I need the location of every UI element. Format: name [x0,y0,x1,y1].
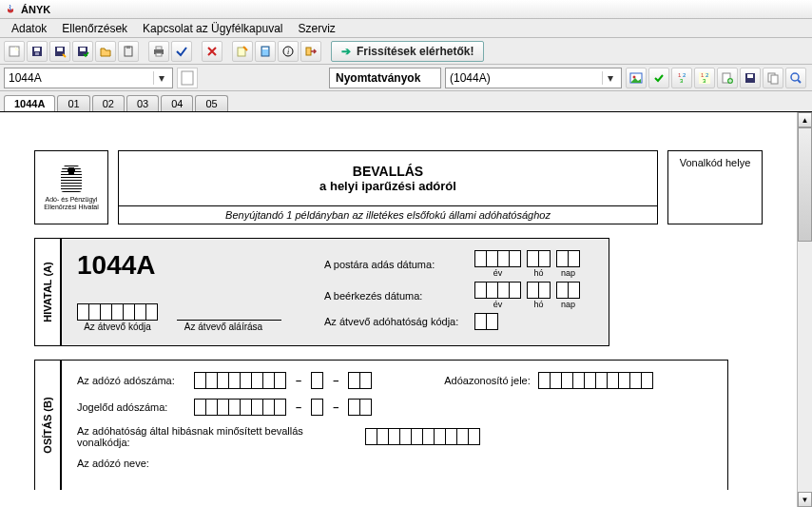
svg-rect-15 [262,48,268,49]
numbers1-icon[interactable]: 123 [671,68,692,88]
print-label-box: Nyomtatványok [329,68,441,88]
postdate-day[interactable] [556,250,580,267]
clipboard-icon[interactable] [118,41,139,62]
recvdate-year[interactable] [474,282,521,299]
print-combo-value: (1044A) [450,71,598,85]
form-title-line2: a helyi iparűzési adóról [319,179,456,193]
svg-text:3: 3 [680,78,684,84]
taxno-cells-3[interactable] [348,372,372,389]
pred-label: Jogelőd adószáma: [77,401,186,413]
print-icon[interactable] [148,41,169,62]
section-b-label: OSÍTÁS (B) [34,360,61,490]
print-label: Nyomtatványok [336,71,420,85]
name-label: Az adózó neve: [77,458,186,469]
tab-01[interactable]: 01 [57,95,89,111]
authcode-label: Az átvevő adóhatóság kódja: [324,316,467,327]
postdate-month[interactable] [527,250,551,267]
check-icon[interactable] [171,41,192,62]
chevron-down-icon: ▾ [602,71,617,85]
svg-rect-18 [306,48,311,55]
tab-bar: 1044A 01 02 03 04 05 [0,91,812,112]
menu-adatok[interactable]: Adatok [4,22,54,35]
exit-icon[interactable] [300,41,321,62]
updates-label: Frissítések elérhetők! [357,45,474,58]
scroll-down-icon[interactable]: ▼ [798,492,812,507]
svg-rect-11 [156,47,162,49]
form-code: 1044A [77,250,324,281]
menu-szerviz[interactable]: Szerviz [290,22,342,35]
toolbar: i ➔ Frissítések elérhetők! [0,38,812,65]
form-combo-value: 1044A [9,71,149,85]
tab-05[interactable]: 05 [195,95,227,111]
updates-button[interactable]: ➔ Frissítések elérhetők! [331,41,484,62]
zoom-icon[interactable] [785,68,806,88]
window-title: ÁNYK [21,4,50,15]
recvdate-month[interactable] [527,282,551,299]
vertical-scrollbar[interactable]: ▲ ▼ [797,112,812,507]
chevron-down-icon: ▾ [153,71,168,85]
form-subtitle: Benyújtandó 1 példányban az illetékes el… [119,205,657,224]
page-icon[interactable] [177,68,198,88]
print-combo[interactable]: (1044A) ▾ [445,68,622,88]
tab-04[interactable]: 04 [161,95,193,111]
image-icon[interactable] [626,68,647,88]
numbers2-icon[interactable]: 123 [694,68,715,88]
selector-bar: 1044A ▾ Nyomtatványok (1044A) ▾ 123 123 [0,65,812,91]
svg-rect-2 [34,48,40,51]
menu-ellenorzesek[interactable]: Ellenőrzések [54,22,135,35]
postdate-year[interactable] [474,250,521,267]
info-icon[interactable]: i [278,41,299,62]
form-title-box: BEVALLÁS a helyi iparűzési adóról Benyúj… [118,150,658,224]
edit-icon[interactable] [232,41,253,62]
barcode-placeholder: Vonalkód helye [667,150,763,224]
svg-rect-3 [35,52,39,55]
java-icon [4,3,17,16]
menubar: Adatok Ellenőrzések Kapcsolat az Ügyfélk… [0,19,812,38]
postdate-label: A postára adás dátuma: [324,259,467,270]
svg-rect-13 [238,48,245,56]
delete-icon[interactable] [202,41,222,62]
svg-text:i: i [287,48,289,56]
validate-icon[interactable] [648,68,669,88]
faulty-cells[interactable] [365,428,480,445]
svg-point-35 [791,73,799,81]
taxid-label: Adóazonosító jele: [444,375,531,386]
section-a-label: HIVATAL (A) [34,238,61,346]
save-as-icon[interactable] [49,41,70,62]
save2-icon[interactable] [740,68,761,88]
pred-cells-1[interactable] [194,399,286,416]
authority-line1: Adó- és Pénzügyi [46,196,98,204]
pred-cells-2[interactable] [311,399,323,416]
new-icon[interactable] [4,41,25,62]
form-title-line1: BEVALLÁS [353,164,423,179]
pred-cells-3[interactable] [348,399,372,416]
tab-02[interactable]: 02 [92,95,125,111]
tab-1044A[interactable]: 1044A [4,95,55,111]
calc-icon[interactable] [255,41,276,62]
receiver-code-cells[interactable] [77,303,158,321]
update-arrow-icon: ➔ [341,45,351,58]
save-check-icon[interactable] [72,41,93,62]
scroll-thumb[interactable] [798,127,812,242]
authority-logo-box: Adó- és Pénzügyi Ellenőrzési Hivatal [34,150,108,224]
recvdate-day[interactable] [556,282,580,299]
taxno-cells-2[interactable] [311,372,323,389]
receiver-code-label: Az átvevő kódja [77,322,158,332]
open-icon[interactable] [95,41,116,62]
authcode-cells[interactable] [474,313,498,330]
receiver-signature-label: Az átvevő aláírása [165,322,281,332]
svg-rect-34 [771,75,778,84]
section-b: Az adózó adószáma: – – Adóazonosító jele… [61,360,728,490]
svg-rect-7 [80,48,86,51]
window-titlebar: ÁNYK [0,0,812,19]
tab-03[interactable]: 03 [126,95,159,111]
taxno-cells-1[interactable] [194,372,286,389]
copy-icon[interactable] [763,68,783,88]
taxid-cells[interactable] [538,372,653,389]
save-icon[interactable] [27,41,48,62]
form-combo[interactable]: 1044A ▾ [4,68,173,88]
menu-kapcsolat[interactable]: Kapcsolat az Ügyfélkapuval [135,22,290,35]
scroll-up-icon[interactable]: ▲ [798,112,812,127]
add-page-icon[interactable] [717,68,738,88]
svg-rect-32 [747,74,753,78]
